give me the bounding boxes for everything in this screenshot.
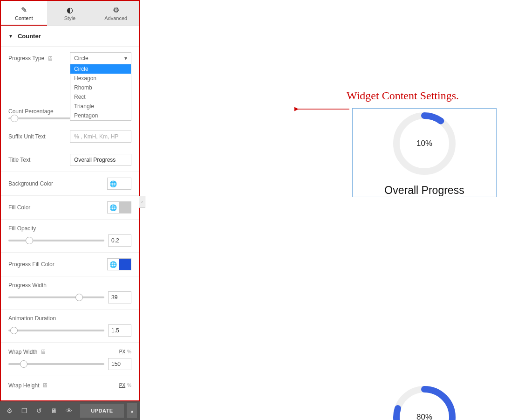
- fill-color-label: Fill Color: [8, 204, 30, 211]
- section-title: Counter: [18, 33, 41, 40]
- row-fill-opacity: Fill Opacity: [1, 220, 139, 252]
- globe-icon[interactable]: 🌐: [107, 258, 119, 270]
- progress-width-label: Progress Width: [8, 282, 131, 289]
- layers-icon[interactable]: ❐: [18, 401, 31, 420]
- tab-label: Style: [64, 15, 75, 21]
- slider-thumb[interactable]: [11, 115, 18, 122]
- slider-thumb[interactable]: [75, 294, 83, 301]
- unit-px[interactable]: PX: [119, 383, 125, 388]
- fill-color-swatch[interactable]: [119, 201, 131, 213]
- settings-icon[interactable]: ⚙: [3, 401, 16, 420]
- progress-type-label: Progress Type: [8, 55, 44, 62]
- annotation-arrow: [294, 104, 350, 114]
- tab-label: Advanced: [104, 15, 127, 21]
- slider-thumb[interactable]: [20, 360, 27, 368]
- update-button[interactable]: UPDATE: [80, 404, 124, 418]
- animation-duration-slider[interactable]: [8, 330, 104, 331]
- fill-opacity-label: Fill Opacity: [8, 225, 131, 232]
- wrap-height-label: Wrap Height: [8, 382, 39, 389]
- row-fill-color: Fill Color 🌐: [1, 196, 139, 219]
- suffix-label: Suffix Unit Text: [8, 133, 46, 140]
- progress-fill-color-label: Progress Fill Color: [8, 261, 55, 268]
- globe-icon[interactable]: 🌐: [107, 178, 119, 190]
- chevron-down-icon: ▾: [124, 55, 127, 62]
- fill-opacity-input[interactable]: [108, 234, 131, 247]
- tab-content[interactable]: ✎ Content: [1, 1, 47, 26]
- row-progress-width: Progress Width: [1, 276, 139, 309]
- tab-advanced[interactable]: ⚙ Advanced: [93, 1, 139, 26]
- select-value: Circle: [74, 55, 89, 62]
- unit-pct[interactable]: %: [127, 349, 131, 354]
- background-color-swatch[interactable]: [119, 178, 131, 190]
- row-suffix: Suffix Unit Text: [1, 125, 139, 148]
- editor-footer: ⚙ ❐ ↺ 🖥 👁 UPDATE ▴: [0, 401, 140, 420]
- widget-overall-progress[interactable]: 10% Overall Progress: [352, 108, 497, 197]
- progress-circle: 80%: [389, 382, 459, 420]
- annotation-text: Widget Content Settings.: [347, 90, 459, 102]
- tab-label: Content: [15, 15, 33, 21]
- globe-icon[interactable]: 🌐: [107, 201, 119, 213]
- desktop-icon[interactable]: 🖥: [47, 55, 53, 62]
- widget-title: Overall Progress: [353, 184, 496, 197]
- row-progress-type: Progress Type 🖥 Circle ▾ Circle Hexagon …: [1, 47, 139, 70]
- percent-label: 80%: [416, 413, 432, 420]
- update-dropdown[interactable]: ▴: [127, 403, 137, 418]
- option-rhomb[interactable]: Rhomb: [70, 83, 131, 92]
- progress-type-dropdown: Circle Hexagon Rhomb Rect Triangle Penta…: [70, 64, 131, 121]
- option-pentagon[interactable]: Pentagon: [70, 111, 131, 120]
- unit-toggle: PX %: [119, 383, 131, 388]
- wrap-width-label: Wrap Width: [8, 349, 37, 355]
- desktop-icon[interactable]: 🖥: [40, 348, 46, 355]
- widget-progress-80: 80%: [389, 382, 459, 420]
- desktop-icon[interactable]: 🖥: [42, 382, 48, 389]
- slider-thumb[interactable]: [10, 327, 18, 334]
- editor-tabs: ✎ Content ◐ Style ⚙ Advanced: [1, 1, 139, 26]
- row-animation-duration: Animation Duration: [1, 310, 139, 342]
- responsive-icon[interactable]: 🖥: [48, 401, 61, 420]
- progress-circle: 10%: [389, 109, 459, 179]
- unit-px[interactable]: PX: [119, 349, 125, 354]
- row-progress-fill-color: Progress Fill Color 🌐: [1, 253, 139, 276]
- wrap-width-input[interactable]: [108, 358, 131, 370]
- tab-style[interactable]: ◐ Style: [47, 1, 93, 26]
- background-color-label: Background Color: [8, 180, 53, 187]
- progress-type-select[interactable]: Circle ▾ Circle Hexagon Rhomb Rect Trian…: [70, 52, 131, 64]
- title-text-label: Title Text: [8, 157, 30, 163]
- section-counter-header[interactable]: ▼ Counter: [1, 26, 139, 47]
- gear-icon: ⚙: [93, 6, 139, 14]
- animation-duration-input[interactable]: [108, 324, 131, 337]
- caret-down-icon: ▼: [8, 34, 13, 39]
- title-text-input[interactable]: [70, 154, 131, 166]
- option-hexagon[interactable]: Hexagon: [70, 74, 131, 83]
- fill-opacity-slider[interactable]: [8, 240, 104, 241]
- option-circle[interactable]: Circle: [70, 64, 131, 74]
- row-title-text: Title Text: [1, 148, 139, 172]
- option-triangle[interactable]: Triangle: [70, 102, 131, 111]
- row-wrap-height: Wrap Height 🖥 PX %: [1, 376, 139, 394]
- option-rect[interactable]: Rect: [70, 92, 131, 102]
- slider-thumb[interactable]: [26, 237, 33, 244]
- sidebar-collapse-handle[interactable]: ‹: [139, 196, 145, 208]
- wrap-width-slider[interactable]: [8, 363, 104, 365]
- suffix-input[interactable]: [70, 131, 131, 143]
- progress-width-slider[interactable]: [8, 296, 104, 298]
- unit-toggle: PX %: [119, 349, 131, 354]
- row-wrap-width: Wrap Width 🖥 PX %: [1, 343, 139, 376]
- editor-sidebar: ✎ Content ◐ Style ⚙ Advanced ▼ Counter P…: [0, 0, 140, 401]
- preview-icon[interactable]: 👁: [62, 401, 75, 420]
- animation-duration-label: Animation Duration: [8, 315, 131, 322]
- row-background-color: Background Color 🌐: [1, 172, 139, 195]
- progress-width-input[interactable]: [108, 291, 131, 303]
- pencil-icon: ✎: [1, 6, 47, 14]
- history-icon[interactable]: ↺: [33, 401, 46, 420]
- percent-label: 10%: [416, 139, 432, 148]
- progress-fill-color-swatch[interactable]: [119, 258, 131, 270]
- contrast-icon: ◐: [47, 6, 93, 14]
- unit-pct[interactable]: %: [127, 383, 131, 388]
